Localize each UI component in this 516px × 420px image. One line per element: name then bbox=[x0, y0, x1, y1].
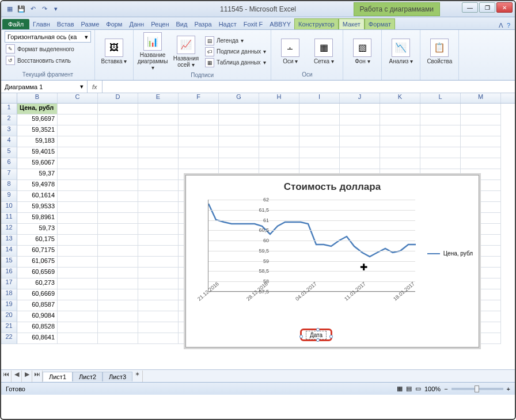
axis-title-textbox[interactable]: Дата bbox=[306, 331, 327, 339]
cell[interactable] bbox=[420, 136, 461, 147]
row-header[interactable]: 5 bbox=[1, 147, 17, 158]
name-box[interactable]: Диаграмма 1▾ bbox=[1, 81, 88, 93]
row-header[interactable]: 16 bbox=[1, 268, 17, 278]
cell[interactable]: 60,9084 bbox=[17, 311, 58, 322]
cell[interactable] bbox=[461, 114, 501, 125]
chart-element-combo[interactable]: Горизонтальная ось (ка▾ bbox=[5, 31, 91, 43]
cell[interactable] bbox=[98, 246, 138, 257]
row-header[interactable]: 7 bbox=[1, 169, 17, 180]
row-header[interactable]: 6 bbox=[1, 158, 17, 169]
tab-file[interactable]: Файл bbox=[2, 19, 29, 29]
cell[interactable] bbox=[58, 169, 98, 180]
select-all-corner[interactable] bbox=[1, 93, 17, 103]
worksheet-grid[interactable]: B C D E F G H I J K L M 1Цена, рубл259,6… bbox=[1, 93, 515, 369]
row-header[interactable]: 15 bbox=[1, 257, 17, 268]
cell[interactable] bbox=[98, 333, 138, 344]
cell[interactable]: 60,8528 bbox=[17, 322, 58, 333]
cell[interactable] bbox=[58, 180, 98, 191]
cell[interactable] bbox=[420, 114, 461, 125]
cell[interactable] bbox=[461, 147, 501, 158]
cell[interactable] bbox=[380, 114, 420, 125]
row-header[interactable]: 8 bbox=[1, 180, 17, 191]
cell[interactable] bbox=[420, 104, 461, 114]
cell[interactable] bbox=[98, 147, 138, 158]
undo-icon[interactable]: ↶ bbox=[28, 4, 38, 14]
tab-view[interactable]: Вид bbox=[173, 19, 191, 29]
cell[interactable] bbox=[420, 147, 461, 158]
cell[interactable] bbox=[340, 136, 380, 147]
row-header[interactable]: 14 bbox=[1, 246, 17, 257]
prev-sheet-button[interactable]: ◀ bbox=[12, 371, 22, 382]
cell[interactable] bbox=[138, 257, 179, 268]
cell[interactable]: 60,6569 bbox=[17, 268, 58, 278]
tab-data[interactable]: Данн bbox=[126, 19, 147, 29]
cell[interactable]: 59,6067 bbox=[17, 158, 58, 169]
sheet-tab[interactable]: Лист1 bbox=[43, 372, 73, 381]
cell[interactable] bbox=[58, 202, 98, 213]
row-header[interactable]: 19 bbox=[1, 300, 17, 311]
plot-area[interactable] bbox=[208, 200, 415, 292]
cell[interactable]: 61,0675 bbox=[17, 257, 58, 268]
row-header[interactable]: 21 bbox=[1, 322, 17, 333]
row-header[interactable]: 18 bbox=[1, 289, 17, 300]
cell[interactable] bbox=[58, 246, 98, 257]
cell[interactable] bbox=[58, 158, 98, 169]
row-header[interactable]: 2 bbox=[1, 114, 17, 125]
qat-menu-icon[interactable]: ▾ bbox=[51, 4, 61, 14]
sheet-tab[interactable]: Лист2 bbox=[73, 372, 103, 381]
view-layout-icon[interactable]: ▤ bbox=[406, 385, 412, 392]
cell[interactable] bbox=[58, 136, 98, 147]
cell[interactable] bbox=[259, 147, 299, 158]
cell[interactable] bbox=[98, 125, 138, 136]
tab-addins[interactable]: Надст bbox=[215, 19, 240, 29]
cell[interactable]: 59,37 bbox=[17, 169, 58, 180]
col-header[interactable]: E bbox=[138, 93, 179, 103]
formula-input[interactable] bbox=[102, 81, 515, 93]
maximize-button[interactable]: ❐ bbox=[479, 2, 495, 13]
cell[interactable] bbox=[219, 136, 259, 147]
cell[interactable] bbox=[179, 158, 219, 169]
cell[interactable] bbox=[340, 104, 380, 114]
cell[interactable] bbox=[138, 322, 179, 333]
row-header[interactable]: 17 bbox=[1, 278, 17, 289]
cell[interactable] bbox=[98, 114, 138, 125]
embedded-chart[interactable]: Стоимость доллара Цена, рубл Дата 57,558… bbox=[185, 175, 479, 348]
col-header[interactable]: B bbox=[17, 93, 58, 103]
cell[interactable] bbox=[299, 125, 340, 136]
cell[interactable] bbox=[380, 125, 420, 136]
cell[interactable]: Цена, рубл bbox=[17, 104, 58, 114]
cell[interactable] bbox=[98, 289, 138, 300]
col-header[interactable]: H bbox=[259, 93, 299, 103]
cell[interactable]: 59,73 bbox=[17, 224, 58, 235]
col-header[interactable]: K bbox=[380, 93, 420, 103]
cell[interactable] bbox=[138, 224, 179, 235]
cell[interactable] bbox=[58, 147, 98, 158]
cell[interactable] bbox=[299, 114, 340, 125]
cell[interactable] bbox=[58, 257, 98, 268]
cell[interactable] bbox=[420, 125, 461, 136]
zoom-in-button[interactable]: + bbox=[507, 385, 510, 392]
cell[interactable]: 59,3521 bbox=[17, 125, 58, 136]
cell[interactable] bbox=[58, 278, 98, 289]
cell[interactable] bbox=[138, 333, 179, 344]
cell[interactable] bbox=[98, 311, 138, 322]
cell[interactable]: 60,6669 bbox=[17, 289, 58, 300]
cell[interactable] bbox=[420, 158, 461, 169]
tab-chart-format[interactable]: Формат bbox=[365, 18, 395, 29]
row-header[interactable]: 20 bbox=[1, 311, 17, 322]
cell[interactable] bbox=[380, 104, 420, 114]
new-sheet-button[interactable]: ✶ bbox=[132, 371, 143, 382]
minimize-ribbon-icon[interactable]: ᐱ bbox=[499, 22, 503, 29]
cell[interactable] bbox=[98, 213, 138, 224]
cell[interactable] bbox=[138, 125, 179, 136]
cell[interactable] bbox=[138, 191, 179, 202]
cell[interactable] bbox=[58, 268, 98, 278]
format-selection-button[interactable]: ✎Формат выделенного bbox=[5, 44, 75, 54]
cell[interactable] bbox=[299, 158, 340, 169]
cell[interactable] bbox=[299, 136, 340, 147]
cell[interactable] bbox=[219, 147, 259, 158]
col-header[interactable]: L bbox=[420, 93, 461, 103]
chart-legend[interactable]: Цена, рубл bbox=[427, 250, 473, 257]
cell[interactable] bbox=[259, 136, 299, 147]
cell[interactable]: 60,8641 bbox=[17, 333, 58, 344]
